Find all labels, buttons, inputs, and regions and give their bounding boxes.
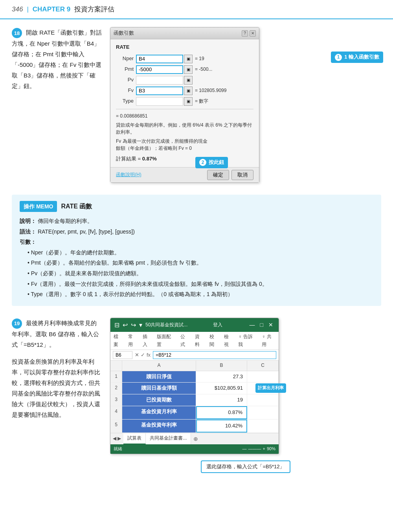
ok-button[interactable]: 確定 (207, 170, 229, 180)
cell-a3[interactable]: 已投資期數 (122, 394, 196, 406)
step-19-left: 19 最後將月利率轉換成常見的年利率。選取 B6 儲存格，輸入公式「=B5*12… (12, 318, 102, 473)
excel-bottom-callout: 選此儲存格，輸入公式「=B5*12」 (201, 460, 290, 473)
step-18-right: 函數引數 ? ✕ RATE Nper ▣ = 19 (110, 27, 381, 182)
callout-1: 1 1 輸入函數引數 (331, 52, 383, 63)
dialog-input-btn-pv[interactable]: ▣ (184, 76, 193, 85)
excel-ribbon-item[interactable]: 常用 (128, 333, 137, 348)
excel-col-header-b: B (196, 361, 247, 370)
memo-desc: 說明： 傳回年金每期的利率。 (20, 216, 373, 226)
dialog-row-pv: Pv ▣ (116, 76, 253, 85)
excel-bottom-callout-wrapper: 選此儲存格，輸入公式「=B5*12」 (110, 457, 381, 473)
excel-fx-times: ✕ (135, 351, 139, 359)
dialog-desc2: Fv 為最後一次付款完成後，所能獲得的現金餘額（年金終值）；若省略則 Fv = … (116, 138, 253, 152)
cell-b1[interactable]: 27.3 (196, 371, 247, 383)
excel-status-text: 就緒 (114, 445, 122, 453)
excel-restore-btn[interactable]: □ (259, 320, 265, 329)
dialog-titlebar: 函數引數 ? ✕ (110, 28, 259, 39)
cancel-button[interactable]: 取消 (231, 170, 253, 180)
excel-formula-bar: ✕ ✓ fx (110, 350, 279, 361)
dialog-row-fv: Fv ▣ = 102805.9099 (116, 87, 253, 95)
row-num-1: 1 (110, 371, 122, 383)
excel-minimize-btn[interactable]: — (248, 320, 257, 329)
excel-icon: ⊟ (114, 320, 119, 330)
dialog-equals-type: = 數字 (195, 98, 208, 105)
dialog-input-fv[interactable] (136, 87, 183, 95)
dialog-input-pmt[interactable] (136, 65, 183, 74)
excel-formula-input[interactable] (153, 351, 276, 359)
excel-col-headers: A B C (110, 361, 279, 371)
excel-tab-trial[interactable]: 試算表 (123, 433, 146, 444)
excel-ribbon-item[interactable]: 插入 (143, 333, 152, 348)
cell-c4[interactable] (247, 406, 279, 419)
table-row: 4 基金投資月利率 0.87% (110, 406, 279, 420)
dialog-row-type: Type ▣ = 數字 (116, 97, 253, 106)
excel-zoom-in[interactable]: + (263, 445, 265, 453)
step-18-line1: 開啟 RATE「函數引數」對話方塊，在 Nper 引數中選取「B4」儲存格；在 … (12, 29, 102, 89)
excel-zoom-value: 90% (267, 445, 275, 453)
dialog-footer: 函數說明(H) 2 按此鈕 確定 取消 (110, 167, 259, 182)
dialog-equals-pmt: = -500... (195, 66, 212, 73)
dialog-input-btn-pmt[interactable]: ▣ (184, 65, 193, 74)
excel-col-header-a: A (122, 361, 196, 370)
excel-ribbon-item[interactable]: 檔案 (114, 333, 123, 348)
excel-ribbon-item[interactable]: 檢視 (224, 333, 233, 348)
memo-desc-label: 說明： (20, 218, 36, 224)
excel-ribbon-item[interactable]: 版面配置 (157, 333, 175, 348)
excel-ribbon-item[interactable]: 公式 (180, 333, 189, 348)
callout-2-text: 按此鈕 (209, 158, 224, 167)
dialog-input-type[interactable] (136, 97, 183, 106)
dialog-input-btn-fv[interactable]: ▣ (184, 87, 193, 95)
dialog-input-pv[interactable] (136, 76, 183, 85)
dialog-separator (116, 109, 253, 109)
header-divider: | (27, 4, 28, 15)
cell-c1[interactable] (247, 371, 279, 383)
memo-tag: 操作 MEMO (20, 201, 57, 212)
excel-cell-ref[interactable] (113, 351, 132, 359)
dialog-close-btn[interactable]: ✕ (250, 30, 256, 37)
dialog-label-type: Type (116, 97, 134, 105)
excel-close-btn[interactable]: ✕ (267, 320, 275, 329)
table-row: 2 贖回日基金淨額 $102,805.91 計算出月利率 (110, 383, 279, 394)
dialog-help-btn[interactable]: ? (242, 30, 248, 37)
dialog-label-pmt: Pmt (116, 65, 134, 74)
cell-b3[interactable]: 19 (196, 394, 247, 406)
cell-b5[interactable]: 10.42% (196, 420, 247, 433)
step-19-text-block1: 19 最後將月利率轉換成常見的年利率。選取 B6 儲存格，輸入公式「=B5*12… (12, 318, 102, 350)
row-num-3: 3 (110, 394, 122, 406)
main-content: 18 開啟 RATE「函數引數」對話方塊，在 Nper 引數中選取「B4」儲存格… (0, 27, 393, 485)
memo-title: RATE 函數 (61, 201, 92, 212)
excel-add-sheet-btn[interactable]: ⊕ (191, 433, 200, 444)
rate-dialog: 函數引數 ? ✕ RATE Nper ▣ = 19 (110, 27, 259, 182)
cell-b2[interactable]: $102,805.91 計算出月利率 (196, 383, 247, 394)
cell-a5[interactable]: 基金投資年利率 (122, 420, 196, 433)
excel-ribbon-item[interactable]: ♀ 告訴我 (238, 333, 256, 348)
cell-a2[interactable]: 贖回日基金淨額 (122, 383, 196, 394)
excel-dropdown-icon[interactable]: ▾ (139, 320, 142, 330)
dialog-body: RATE Nper ▣ = 19 Pmt ▣ (110, 39, 259, 167)
cell-c3[interactable] (247, 394, 279, 406)
cell-b4[interactable]: 0.87% (196, 406, 247, 419)
step-18-number: 18 (12, 28, 22, 38)
calc-value: 0.87% (142, 156, 157, 162)
dialog-help-link[interactable]: 函數說明(H) (116, 171, 141, 179)
dialog-container: 函數引數 ? ✕ RATE Nper ▣ = 19 (110, 27, 381, 182)
dialog-input-btn-type[interactable]: ▣ (184, 97, 193, 106)
excel-redo-icon[interactable]: ↪ (131, 320, 136, 330)
dialog-input-nper[interactable] (136, 55, 183, 63)
excel-callout-text: 選此儲存格，輸入公式「=B5*12」 (206, 464, 285, 469)
excel-ribbon-item[interactable]: 校閱 (209, 333, 219, 348)
dialog-input-btn-nper[interactable]: ▣ (184, 55, 193, 63)
excel-login: 登入 (213, 321, 222, 329)
excel-zoom-out[interactable]: — (242, 445, 247, 453)
cell-c5[interactable] (247, 420, 279, 433)
excel-undo-icon[interactable]: ↩ (123, 320, 128, 330)
excel-tab-fund[interactable]: 共同基金計畫書... (146, 433, 191, 444)
excel-ribbon-item[interactable]: 資料 (195, 333, 204, 348)
step-18-text: 18 開啟 RATE「函數引數」對話方塊，在 Nper 引數中選取「B4」儲存格… (12, 27, 102, 91)
excel-zoom-slider[interactable]: ——— (248, 445, 261, 453)
excel-ribbon-item[interactable]: ♀ 共用 (262, 333, 275, 348)
excel-window: ⊟ ↩ ↪ ▾ 50共同基金投資試... 登入 — □ ✕ (110, 318, 279, 454)
cell-a4[interactable]: 基金投資月利率 (122, 406, 196, 419)
cell-a1[interactable]: 贖回日淨值 (122, 371, 196, 383)
callout-2: 2 按此鈕 (195, 157, 228, 168)
